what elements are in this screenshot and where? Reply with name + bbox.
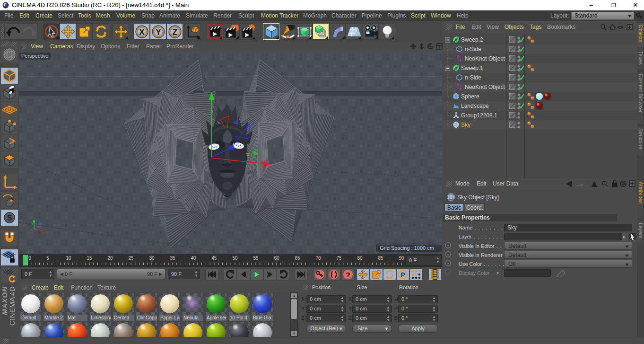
svg-text:Z: Z: [172, 27, 177, 36]
svg-text:55: 55: [253, 256, 259, 261]
svg-text:?: ?: [346, 271, 350, 279]
svg-text:0: 0: [28, 256, 31, 261]
svg-text:85: 85: [378, 256, 383, 261]
svg-text:60: 60: [274, 256, 279, 261]
svg-text:X: X: [42, 231, 44, 236]
svg-text:X: X: [139, 27, 144, 36]
svg-text:S: S: [7, 214, 12, 222]
svg-text:45: 45: [211, 256, 217, 261]
svg-text:70: 70: [315, 256, 321, 261]
svg-text:40: 40: [191, 256, 196, 261]
svg-text:80: 80: [357, 256, 363, 261]
svg-text:90: 90: [399, 256, 404, 261]
svg-text:Y: Y: [155, 27, 161, 36]
svg-text:5: 5: [46, 256, 49, 261]
svg-text:25: 25: [128, 256, 134, 261]
svg-text:65: 65: [295, 256, 300, 261]
svg-text:20: 20: [107, 256, 113, 261]
svg-text:10: 10: [66, 256, 71, 261]
svg-text:50: 50: [232, 256, 238, 261]
svg-text:35: 35: [170, 256, 175, 261]
svg-text:Y: Y: [31, 221, 34, 226]
svg-text:15: 15: [87, 256, 92, 261]
svg-text:Z: Z: [40, 221, 43, 226]
svg-text:30: 30: [149, 256, 155, 261]
svg-text:P: P: [401, 271, 405, 278]
svg-text:75: 75: [336, 256, 342, 261]
